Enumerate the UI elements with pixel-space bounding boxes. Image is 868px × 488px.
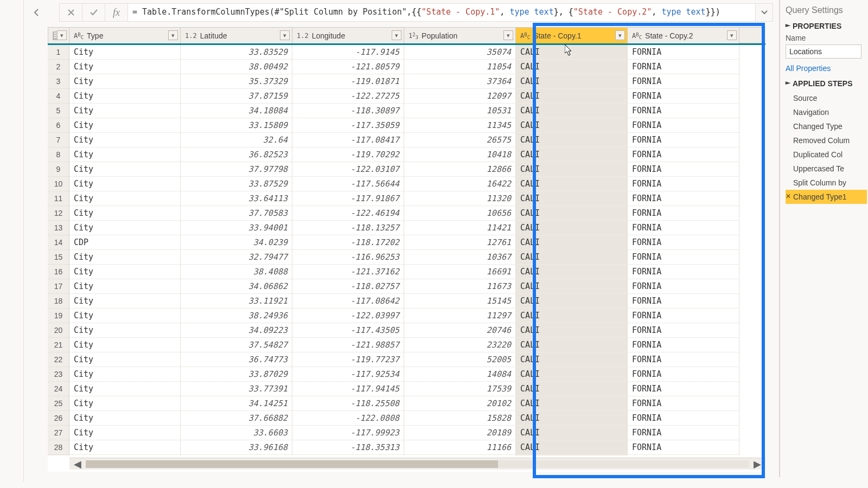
table-row[interactable]: 22City36.74773-119.7723752005CALIFORNIA [48,352,765,367]
cell-population[interactable]: 12866 [404,162,516,177]
table-row[interactable]: 28City33.96168-118.3531311166CALIFORNIA [48,440,765,455]
cell-state-copy-1[interactable]: CALI [516,352,628,367]
cell-population[interactable]: 20189 [404,426,516,440]
filter-dropdown-button[interactable]: ▾ [615,30,625,40]
cell-state-copy-2[interactable]: FORNIA [628,352,739,367]
table-row[interactable]: 23City33.87029-117.9253414084CALIFORNIA [48,367,765,382]
cell-longitude[interactable]: -122.46194 [292,206,404,221]
cell-state-copy-1[interactable]: CALI [516,455,628,455]
row-number[interactable]: 13 [48,221,69,235]
scroll-right-button[interactable]: ▶ [749,458,765,470]
cell-latitude[interactable]: 37.87159 [181,89,292,104]
cell-state-copy-2[interactable]: FORNIA [628,309,739,323]
cell-longitude[interactable]: -117.92534 [292,367,404,382]
row-number[interactable]: 11 [48,191,69,206]
cell-state-copy-2[interactable]: FORNIA [628,323,739,338]
cell-longitude[interactable]: -121.98857 [292,338,404,352]
cell-type[interactable]: CDP [69,235,181,250]
cell-longitude[interactable]: -122.27275 [292,89,404,104]
cell-longitude[interactable]: -117.43505 [292,323,404,338]
row-number[interactable]: 9 [48,162,69,177]
cell-state-copy-2[interactable]: FORNIA [628,162,739,177]
cell-type[interactable]: City [69,323,181,338]
row-number[interactable]: 8 [48,147,69,162]
cell-population[interactable]: 11345 [404,118,516,133]
cell-type[interactable]: City [69,338,181,352]
cell-state-copy-1[interactable]: CALI [516,323,628,338]
cell-longitude[interactable]: -117.99923 [292,426,404,440]
cell-type[interactable]: City [69,294,181,309]
cell-longitude[interactable]: -118.02757 [292,279,404,294]
row-number[interactable]: 25 [48,396,69,411]
cell-state-copy-2[interactable]: FORNIA [628,45,739,60]
cell-state-copy-2[interactable]: FORNIA [628,426,739,440]
applied-step[interactable]: Removed Colum [786,133,867,147]
table-row[interactable]: 9City37.97798-122.0310712866CALIFORNIA [48,162,765,177]
cell-longitude[interactable]: -119.70292 [292,147,404,162]
table-options-button[interactable]: ▾ [48,28,69,44]
column-header-state-copy-1[interactable]: ABC State - Copy.1 ▾ [516,28,628,44]
cell-state-copy-2[interactable]: FORNIA [628,265,739,279]
cell-longitude[interactable]: -117.08642 [292,294,404,309]
cell-state-copy-1[interactable]: CALI [516,191,628,206]
cell-latitude[interactable]: 38.00492 [181,60,292,74]
cell-type[interactable]: City [69,162,181,177]
cell-population[interactable]: 20746 [404,323,516,338]
cell-longitude[interactable]: -117.9145 [292,45,404,60]
cell-latitude[interactable]: 34.09223 [181,323,292,338]
cell-longitude[interactable]: -117.56644 [292,177,404,191]
cell-state-copy-1[interactable]: CALI [516,338,628,352]
cell-longitude[interactable]: -119.77237 [292,352,404,367]
cell-state-copy-2[interactable]: FORNIA [628,235,739,250]
cell-state-copy-1[interactable]: CALI [516,382,628,396]
row-number[interactable]: 15 [48,250,69,265]
row-number[interactable]: 21 [48,338,69,352]
cancel-formula-button[interactable] [59,3,82,22]
cell-state-copy-2[interactable]: FORNIA [628,89,739,104]
cell-type[interactable]: City [69,89,181,104]
cell-state-copy-1[interactable]: CALI [516,104,628,118]
table-row[interactable]: 24City33.77391-117.9414517539CALIFORNIA [48,382,765,396]
cell-state-copy-2[interactable]: FORNIA [628,133,739,147]
applied-step[interactable]: Navigation [786,105,867,119]
table-row[interactable]: 25City34.14251-118.2550820102CALIFORNIA [48,396,765,411]
scroll-track[interactable] [86,460,749,468]
cell-latitude[interactable]: 34.06862 [181,279,292,294]
cell-state-copy-2[interactable]: FORNIA [628,396,739,411]
cell-type[interactable]: City [69,104,181,118]
cell-type[interactable]: City [69,133,181,147]
cell-population[interactable]: 17539 [404,382,516,396]
row-number[interactable]: 14 [48,235,69,250]
column-header-longitude[interactable]: 1.2 Longitude ▾ [292,28,404,44]
cell-longitude[interactable]: -117.35059 [292,118,404,133]
row-number[interactable]: 19 [48,309,69,323]
cell-state-copy-2[interactable]: FORNIA [628,191,739,206]
cell-longitude[interactable]: -121.80579 [292,60,404,74]
cell-longitude[interactable]: -118.17202 [292,235,404,250]
applied-step[interactable]: Duplicated Col [786,147,867,162]
cell-latitude[interactable]: 33.96168 [181,440,292,455]
properties-section-header[interactable]: ▶ PROPERTIES [786,22,867,30]
cell-latitude[interactable]: 33.87529 [181,177,292,191]
cell-state-copy-2[interactable]: FORNIA [628,440,739,455]
cell-type[interactable]: City [69,177,181,191]
scroll-left-button[interactable]: ◀ [69,458,86,470]
cell-longitude[interactable]: -122.03107 [292,162,404,177]
cell-state-copy-1[interactable]: CALI [516,440,628,455]
cell-type[interactable]: City [69,352,181,367]
cell-state-copy-1[interactable]: CALI [516,221,628,235]
cell-latitude[interactable]: 33.77391 [181,382,292,396]
accept-formula-button[interactable] [82,3,105,22]
cell-state-copy-1[interactable]: CALI [516,74,628,89]
cell-population[interactable]: 35074 [404,45,516,60]
row-number[interactable]: 28 [48,440,69,455]
cell-population[interactable]: 11673 [404,279,516,294]
cell-population[interactable]: 10656 [404,206,516,221]
cell-longitude[interactable]: -118.30897 [292,104,404,118]
cell-type[interactable]: City [69,455,181,455]
cell-state-copy-1[interactable]: CALI [516,426,628,440]
cell-type[interactable]: City [69,309,181,323]
row-number[interactable]: 5 [48,104,69,118]
cell-type[interactable]: City [69,265,181,279]
cell-latitude[interactable]: 33.64113 [181,191,292,206]
